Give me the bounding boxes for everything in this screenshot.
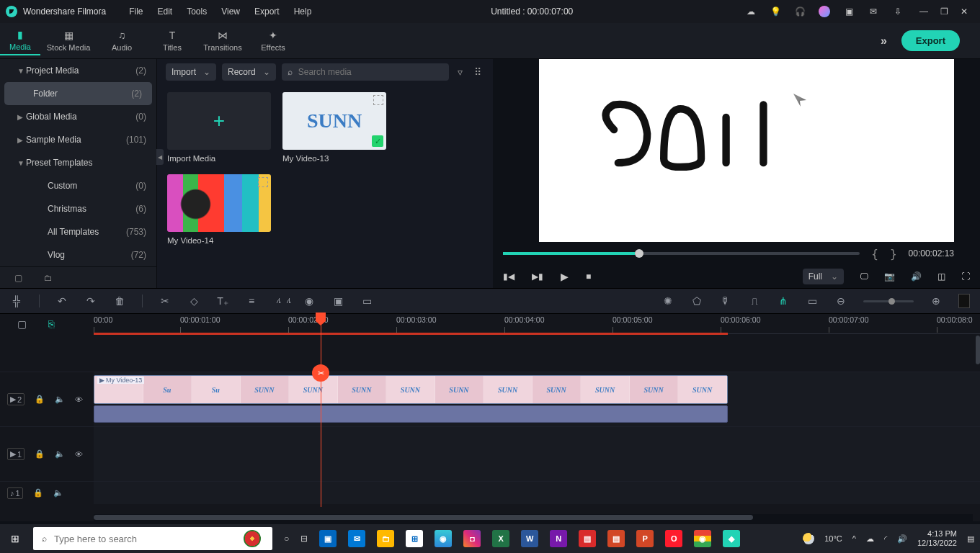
media-tile-video13[interactable]: SUNN ✓ My Video-13 xyxy=(282,92,386,163)
tray-onedrive-icon[interactable]: ☁ xyxy=(866,534,874,544)
tree-preset-templates[interactable]: ▼Preset Templates xyxy=(0,151,156,174)
tree-sample-media[interactable]: ▶Sample Media(101) xyxy=(0,128,156,151)
view-grid-icon[interactable]: ⠿ xyxy=(471,66,484,78)
visibility-icon[interactable]: 👁 xyxy=(75,450,83,459)
render-icon[interactable]: ▭ xyxy=(806,295,819,307)
prev-frame-button[interactable]: ▮◀ xyxy=(503,271,514,282)
playhead-split-icon[interactable]: ✂ xyxy=(312,364,329,382)
search-media-input[interactable]: ⌕ xyxy=(282,63,449,81)
app-filmora-icon[interactable]: ◆ xyxy=(723,530,740,547)
app-powerpoint2-icon[interactable]: ▤ xyxy=(607,530,625,547)
tab-titles[interactable]: T Titles xyxy=(147,27,197,55)
detach-audio-icon[interactable]: ▭ xyxy=(360,295,373,307)
play-button[interactable]: ▶ xyxy=(561,271,569,282)
menu-help[interactable]: Help xyxy=(287,6,319,17)
timeline-hscroll[interactable] xyxy=(94,514,973,521)
menu-edit[interactable]: Edit xyxy=(151,6,180,17)
lock-icon[interactable]: 🔒 xyxy=(33,488,43,498)
download-icon[interactable]: ⇩ xyxy=(892,6,904,17)
menu-tools[interactable]: Tools xyxy=(179,6,214,17)
timeline-vscroll[interactable] xyxy=(976,336,980,364)
tree-vlog[interactable]: Vlog(72) xyxy=(0,243,156,266)
next-frame-button[interactable]: ▶▮ xyxy=(532,271,543,282)
import-media-tile[interactable]: + Import Media xyxy=(167,92,271,163)
tree-christmas[interactable]: Christmas(6) xyxy=(0,197,156,220)
app-instagram-icon[interactable]: ◘ xyxy=(463,530,481,547)
tray-chevron-icon[interactable]: ^ xyxy=(852,534,856,543)
tab-audio[interactable]: ♫ Audio xyxy=(97,27,147,55)
app-chrome-icon[interactable]: ◉ xyxy=(694,530,711,547)
mute-icon[interactable]: 🔈 xyxy=(55,449,65,459)
mail-icon[interactable]: ✉ xyxy=(868,6,879,17)
search-field[interactable] xyxy=(298,67,443,77)
app-edge-icon[interactable]: ◉ xyxy=(435,530,452,547)
preview-viewport[interactable] xyxy=(539,59,954,242)
tree-custom[interactable]: Custom(0) xyxy=(0,174,156,197)
track-video2-label[interactable]: ▶ 2 xyxy=(7,393,24,405)
zoom-in-icon[interactable]: ⊕ xyxy=(930,295,943,307)
start-button[interactable]: ⊞ xyxy=(0,524,30,553)
tab-effects[interactable]: ✦ Effects xyxy=(248,27,298,55)
mute-icon[interactable]: 🔈 xyxy=(55,395,65,404)
voice-icon[interactable]: 🎙 xyxy=(719,295,732,307)
green-screen-icon[interactable]: ▣ xyxy=(331,295,344,307)
snapshot-icon[interactable]: 📷 xyxy=(884,271,895,282)
zoom-slider[interactable] xyxy=(863,300,914,302)
tab-media[interactable]: ▮ Media xyxy=(0,26,40,55)
tab-stock-media[interactable]: ▦ Stock Media xyxy=(40,27,97,55)
lock-icon[interactable]: 🔒 xyxy=(35,395,45,404)
marker-icon[interactable]: ⬠ xyxy=(690,295,703,307)
visibility-icon[interactable]: 👁 xyxy=(75,395,83,404)
tree-project-media[interactable]: ▼Project Media(2) xyxy=(0,59,156,82)
timeline-ruler[interactable]: 00:00 00:00:01:00 00:00:02:00 00:00:03:0… xyxy=(94,314,980,334)
auto-ripple-icon[interactable]: ⋔ xyxy=(777,295,790,307)
lock-icon[interactable]: 🔒 xyxy=(35,449,45,459)
text-tool-icon[interactable]: T₊ xyxy=(216,295,229,307)
maximize-button[interactable]: ❐ xyxy=(934,6,954,17)
undo-icon[interactable]: ↶ xyxy=(55,295,68,307)
split-icon[interactable]: ✂ xyxy=(159,295,172,307)
close-button[interactable]: ✕ xyxy=(954,6,974,17)
fullscreen-icon[interactable]: ⛶ xyxy=(961,271,970,282)
magnet-icon[interactable]: ⎘ xyxy=(48,318,54,330)
profile-icon[interactable] xyxy=(819,6,830,17)
cortana-icon[interactable]: ○ xyxy=(284,534,289,544)
folder-icon[interactable]: 🗀 xyxy=(44,273,53,283)
taskbar-search[interactable]: ⌕ xyxy=(33,527,272,550)
app-msstore-icon[interactable]: ⊞ xyxy=(406,530,423,547)
app-mail-icon[interactable]: ✉ xyxy=(348,530,365,547)
idea-icon[interactable]: 💡 xyxy=(770,6,781,17)
cloud-icon[interactable]: ☁ xyxy=(745,6,757,17)
app-explorer-icon[interactable]: 🗀 xyxy=(377,530,394,547)
mixer-icon[interactable]: ✺ xyxy=(662,295,674,307)
export-button[interactable]: Export xyxy=(901,30,960,51)
speed-icon[interactable]: ≡ xyxy=(245,295,258,307)
zoom-out-icon[interactable]: ⊖ xyxy=(834,295,847,307)
volume-icon[interactable]: 🔊 xyxy=(911,271,922,282)
menu-export[interactable]: Export xyxy=(247,6,287,17)
notifications-icon[interactable]: ▤ xyxy=(967,534,974,544)
delete-icon[interactable]: 🗑 xyxy=(113,295,126,307)
timeline-playhead[interactable]: ✂ xyxy=(321,314,321,507)
app-powerpoint-icon[interactable]: P xyxy=(636,530,654,547)
collapse-sidebar-icon[interactable]: ◀ xyxy=(156,149,164,165)
tree-folder[interactable]: Folder(2) xyxy=(4,82,152,105)
tab-transitions[interactable]: ⋈ Transitions xyxy=(197,27,248,55)
audio-mixer-icon[interactable]: ⎍ xyxy=(748,295,761,307)
stop-button[interactable]: ■ xyxy=(586,271,591,282)
mute-icon[interactable]: 🔈 xyxy=(53,488,63,498)
import-dropdown[interactable]: Import⌄ xyxy=(166,63,216,81)
app-pdf-icon[interactable]: ▤ xyxy=(579,530,596,547)
app-onenote-icon[interactable]: N xyxy=(550,530,567,547)
volume-tray-icon[interactable]: 🔊 xyxy=(897,534,907,544)
compare-icon[interactable]: ◫ xyxy=(937,271,945,282)
redo-icon[interactable]: ↷ xyxy=(84,295,97,307)
track-video1-label[interactable]: ▶ 1 xyxy=(7,448,24,460)
app-word-icon[interactable]: W xyxy=(521,530,538,547)
mark-in-button[interactable]: { xyxy=(871,247,878,261)
app-excel-icon[interactable]: X xyxy=(492,530,509,547)
color-icon[interactable]: ◉ xyxy=(303,295,316,307)
tree-all-templates[interactable]: All Templates(753) xyxy=(0,220,156,243)
timeline-mode-icon[interactable] xyxy=(958,294,970,308)
tree-global-media[interactable]: ▶Global Media(0) xyxy=(0,105,156,128)
